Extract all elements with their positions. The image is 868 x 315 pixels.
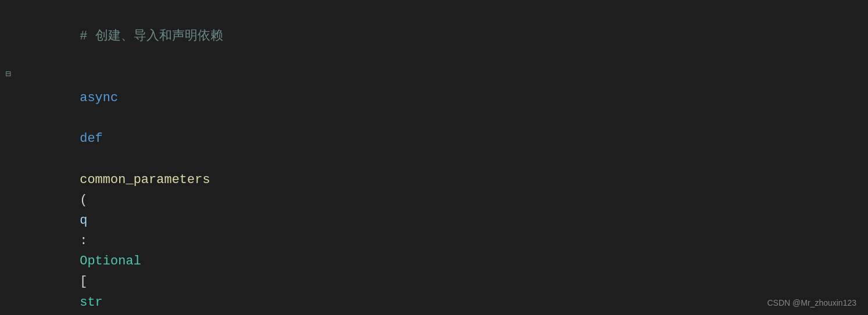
keyword-async: async bbox=[80, 91, 118, 105]
line-content-1: # 创建、导入和声明依赖 bbox=[22, 6, 856, 67]
keyword-def: def bbox=[80, 131, 103, 146]
code-editor: # 创建、导入和声明依赖 ⊟ async def common_paramete… bbox=[0, 0, 868, 315]
comment-text: # 创建、导入和声明依赖 bbox=[80, 29, 223, 44]
watermark: CSDN @Mr_zhouxin123 bbox=[767, 296, 857, 309]
gutter-2: ⊟ bbox=[0, 67, 16, 83]
line-content-2: async def common_parameters ( q : Option… bbox=[22, 67, 856, 315]
fold-arrow-2[interactable]: ⊟ bbox=[5, 67, 11, 83]
func-common-parameters: common_parameters bbox=[80, 173, 210, 187]
code-line-2: ⊟ async def common_parameters ( q : Opti… bbox=[0, 67, 868, 315]
code-line-1: # 创建、导入和声明依赖 bbox=[0, 6, 868, 67]
